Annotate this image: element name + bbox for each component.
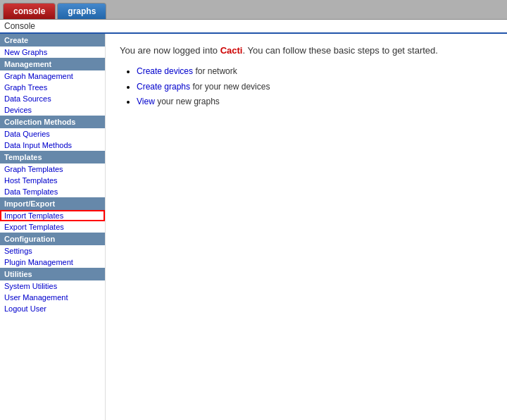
welcome-text: You are now logged into Cacti. You can f… xyxy=(120,45,493,56)
sidebar-section-header-create: Create xyxy=(0,34,105,47)
sidebar-item-data-input-methods[interactable]: Data Input Methods xyxy=(0,140,105,151)
sidebar-item-import-templates[interactable]: Import Templates xyxy=(0,210,105,221)
sidebar: CreateNew GraphsManagementGraph Manageme… xyxy=(0,34,106,420)
sidebar-section-header-utilities: Utilities xyxy=(0,268,105,280)
tab-console[interactable]: console xyxy=(3,3,56,19)
step-list: Create devices for networkCreate graphs … xyxy=(120,64,493,110)
sidebar-item-new-graphs[interactable]: New Graphs xyxy=(0,47,105,58)
sidebar-item-data-sources[interactable]: Data Sources xyxy=(0,93,105,104)
welcome-prefix: You are now logged into xyxy=(120,45,220,56)
sidebar-item-system-utilities[interactable]: System Utilities xyxy=(0,280,105,292)
sidebar-section-header-collection-methods: Collection Methods xyxy=(0,116,105,128)
sidebar-item-host-templates[interactable]: Host Templates xyxy=(0,175,105,186)
welcome-suffix: . You can follow these basic steps to ge… xyxy=(242,45,438,56)
step-link[interactable]: View xyxy=(137,97,155,106)
step-item: Create graphs for your new devices xyxy=(137,80,493,95)
tab-graphs[interactable]: graphs xyxy=(57,3,106,19)
sidebar-item-graph-management[interactable]: Graph Management xyxy=(0,70,105,82)
sidebar-section-header-management: Management xyxy=(0,58,105,70)
sidebar-section-header-templates: Templates xyxy=(0,151,105,163)
step-item: View your new graphs xyxy=(137,94,493,110)
step-text: for network xyxy=(193,66,237,76)
tab-bar: console graphs xyxy=(0,0,507,20)
step-link[interactable]: Create graphs xyxy=(137,82,190,92)
sidebar-item-settings[interactable]: Settings xyxy=(0,245,105,257)
step-text: for your new devices xyxy=(190,82,270,92)
step-text: your new graphs xyxy=(155,97,220,106)
sidebar-section-header-import-export: Import/Export xyxy=(0,197,105,210)
sidebar-item-plugin-management[interactable]: Plugin Management xyxy=(0,257,105,268)
sidebar-item-user-management[interactable]: User Management xyxy=(0,292,105,303)
sidebar-item-data-queries[interactable]: Data Queries xyxy=(0,128,105,140)
sidebar-item-graph-templates[interactable]: Graph Templates xyxy=(0,163,105,175)
sidebar-section-header-configuration: Configuration xyxy=(0,233,105,245)
sidebar-item-logout-user[interactable]: Logout User xyxy=(0,303,105,314)
sidebar-item-data-templates[interactable]: Data Templates xyxy=(0,186,105,197)
sidebar-item-graph-trees[interactable]: Graph Trees xyxy=(0,82,105,93)
sidebar-item-devices[interactable]: Devices xyxy=(0,104,105,116)
breadcrumb: Console xyxy=(0,20,507,34)
brand-name: Cacti xyxy=(220,45,243,56)
step-link[interactable]: Create devices xyxy=(137,66,193,76)
main-layout: CreateNew GraphsManagementGraph Manageme… xyxy=(0,34,507,420)
step-item: Create devices for network xyxy=(137,64,493,80)
content-area: You are now logged into Cacti. You can f… xyxy=(106,34,507,420)
sidebar-item-export-templates[interactable]: Export Templates xyxy=(0,221,105,233)
